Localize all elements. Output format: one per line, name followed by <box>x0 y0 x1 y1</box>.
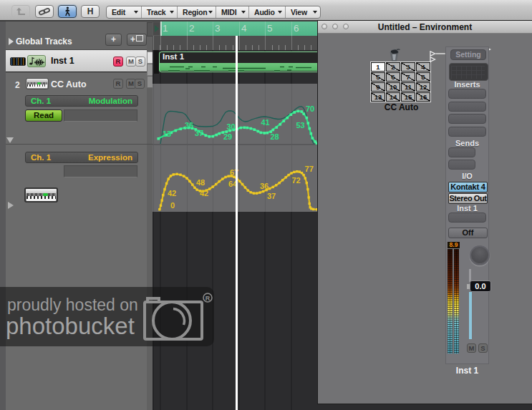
svg-text:36: 36 <box>260 182 269 190</box>
svg-text:37: 37 <box>195 129 203 137</box>
svg-text:13: 13 <box>163 130 171 138</box>
svg-text:48: 48 <box>196 178 205 187</box>
svg-text:0: 0 <box>170 201 175 210</box>
svg-text:R: R <box>205 295 211 302</box>
svg-text:29: 29 <box>223 132 232 141</box>
svg-text:70: 70 <box>306 104 314 113</box>
svg-text:72: 72 <box>291 176 300 185</box>
svg-text:41: 41 <box>261 118 269 127</box>
svg-text:77: 77 <box>305 165 314 173</box>
svg-text:30: 30 <box>226 122 235 131</box>
svg-text:36: 36 <box>185 121 193 130</box>
svg-text:53: 53 <box>296 121 304 130</box>
svg-text:42: 42 <box>200 189 208 197</box>
svg-text:42: 42 <box>168 189 176 197</box>
svg-text:37: 37 <box>267 192 276 200</box>
svg-text:28: 28 <box>270 132 279 141</box>
